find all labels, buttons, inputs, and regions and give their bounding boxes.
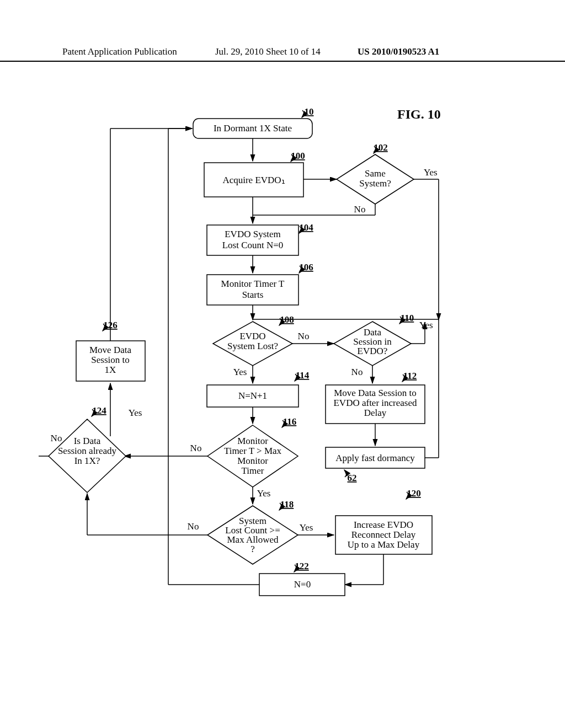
b106-l1: Monitor Timer T [221, 279, 285, 289]
d108-l1: EVDO [239, 331, 265, 341]
d102-l2: System? [359, 178, 391, 189]
ref-10: 10 [305, 106, 314, 117]
ref-122: 122 [295, 561, 309, 571]
d116-l4: Timer [242, 465, 264, 476]
d110-no: No [351, 367, 363, 377]
d102-yes: Yes [424, 167, 438, 178]
d116-yes: Yes [257, 488, 271, 499]
ref-114: 114 [296, 370, 310, 381]
header-pub: Patent Application Publication [62, 46, 177, 57]
ref-120: 120 [407, 488, 421, 499]
flowchart: FIG. 10 In Dormant 1X State 10 Acquire E… [28, 88, 524, 695]
d110-yes: Yes [419, 320, 433, 330]
d108-no: No [298, 331, 310, 341]
box-100: Acquire EVDO₁ [222, 175, 285, 185]
d102-l1: Same [365, 168, 386, 179]
b126-l3: 1X [105, 365, 116, 375]
d124-yes: Yes [129, 408, 142, 418]
b126-l1: Move Data [89, 345, 131, 355]
d116-l2: Timer T > Max [224, 446, 282, 456]
b62: Apply fast dormancy [335, 453, 415, 463]
ref-102: 102 [374, 142, 388, 153]
d118-no: No [188, 521, 199, 532]
d118-l4: ? [250, 544, 255, 554]
d116-l1: Monitor [237, 436, 268, 446]
d116-no: No [190, 443, 202, 453]
d108-yes: Yes [233, 367, 247, 377]
d124-l1: Is Data [74, 436, 101, 446]
b104-l1: EVDO System [225, 229, 281, 239]
ref-104: 104 [299, 222, 313, 233]
header-docnum: US 2010/0190523 A1 [358, 46, 439, 57]
ref-106: 106 [299, 262, 313, 272]
b112-l1: Move Data Session to [334, 388, 417, 398]
b120-l3: Up to a Max Delay [348, 539, 420, 550]
box-10: In Dormant 1X State [214, 123, 292, 133]
figure-title: FIG. 10 [397, 107, 441, 121]
b122: N=0 [294, 579, 311, 590]
d110-l3: EVDO? [358, 346, 388, 356]
ref-118: 118 [280, 499, 294, 510]
b104-l2: Lost Count N=0 [222, 240, 284, 250]
ref-110: 110 [401, 313, 414, 323]
header-date: Jul. 29, 2010 Sheet 10 of 14 [215, 46, 321, 57]
d124-no: No [51, 433, 62, 443]
d124-l2: Session already [58, 446, 117, 456]
ref-100: 100 [291, 151, 305, 161]
ref-62: 62 [348, 473, 357, 483]
d118-yes: Yes [300, 522, 313, 533]
b114: N=N+1 [238, 390, 267, 401]
d124-l3: In 1X? [74, 456, 100, 466]
d116-l3: Monitor [237, 456, 268, 466]
b126-l2: Session to [91, 355, 129, 365]
d108-l2: System Lost? [227, 341, 278, 351]
b106-l2: Starts [242, 290, 264, 300]
ref-116: 116 [283, 416, 297, 427]
b120-l1: Increase EVDO [354, 520, 413, 530]
b120-l2: Reconnect Delay [351, 529, 416, 540]
b112-l2: EVDO after increased [333, 398, 417, 408]
d102-no: No [354, 204, 366, 215]
ref-124: 124 [92, 405, 106, 416]
ref-112: 112 [403, 371, 417, 381]
b112-l3: Delay [364, 408, 387, 418]
